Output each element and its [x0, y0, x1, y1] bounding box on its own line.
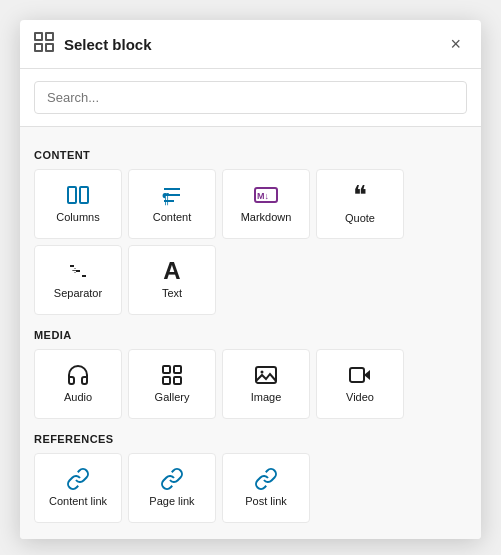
close-button[interactable]: ×	[446, 33, 465, 55]
svg-point-21	[261, 371, 264, 374]
block-item-video[interactable]: Video	[316, 349, 404, 419]
svg-rect-18	[163, 377, 170, 384]
modal-title-area: Select block	[32, 30, 152, 58]
modal-title: Select block	[64, 36, 152, 53]
svg-rect-22	[350, 368, 364, 382]
svg-text:÷: ÷	[72, 264, 78, 276]
block-item-audio[interactable]: Audio	[34, 349, 122, 419]
block-item-columns[interactable]: Columns	[34, 169, 122, 239]
media-blocks-grid: Audio Gallery	[34, 349, 467, 419]
section-label-references: REFERENCES	[34, 433, 467, 445]
content-area: CONTENT Columns ¶	[20, 127, 481, 539]
block-label-text: Text	[162, 287, 182, 300]
block-item-markdown[interactable]: M↓ Markdown	[222, 169, 310, 239]
search-area	[20, 69, 481, 127]
block-label-image: Image	[251, 391, 282, 404]
block-label-post-link: Post link	[245, 495, 287, 508]
svg-rect-20	[256, 367, 276, 383]
svg-rect-4	[68, 187, 76, 203]
block-label-separator: Separator	[54, 287, 102, 300]
block-item-content-link[interactable]: Content link	[34, 453, 122, 523]
block-label-gallery: Gallery	[155, 391, 190, 404]
svg-rect-2	[35, 44, 42, 51]
block-item-page-link[interactable]: Page link	[128, 453, 216, 523]
block-item-quote[interactable]: ❝ Quote	[316, 169, 404, 239]
block-item-post-link[interactable]: Post link	[222, 453, 310, 523]
block-item-image[interactable]: Image	[222, 349, 310, 419]
block-item-separator[interactable]: ÷ Separator	[34, 245, 122, 315]
block-label-content: Content	[153, 211, 192, 224]
block-label-audio: Audio	[64, 391, 92, 404]
audio-icon	[66, 363, 90, 387]
block-label-quote: Quote	[345, 212, 375, 225]
block-label-content-link: Content link	[49, 495, 107, 508]
svg-rect-16	[163, 366, 170, 373]
block-item-content[interactable]: ¶ Content	[128, 169, 216, 239]
gallery-icon	[160, 363, 184, 387]
image-icon	[254, 363, 278, 387]
separator-icon: ÷	[66, 259, 90, 283]
svg-rect-3	[46, 44, 53, 51]
block-item-gallery[interactable]: Gallery	[128, 349, 216, 419]
quote-icon: ❝	[353, 182, 367, 208]
svg-rect-1	[46, 33, 53, 40]
references-blocks-grid: Content link Page link	[34, 453, 467, 523]
block-label-video: Video	[346, 391, 374, 404]
markdown-icon: M↓	[254, 183, 278, 207]
post-link-icon	[254, 467, 278, 491]
columns-icon	[66, 183, 90, 207]
svg-rect-5	[80, 187, 88, 203]
block-label-columns: Columns	[56, 211, 99, 224]
svg-rect-19	[174, 377, 181, 384]
page-link-icon	[160, 467, 184, 491]
content-link-icon	[66, 467, 90, 491]
video-icon	[348, 363, 372, 387]
section-label-content: CONTENT	[34, 149, 467, 161]
content-icon: ¶	[160, 183, 184, 207]
modal-header: Select block ×	[20, 20, 481, 69]
block-label-page-link: Page link	[149, 495, 194, 508]
content-blocks-grid: Columns ¶ Content M↓	[34, 169, 467, 315]
svg-text:M↓: M↓	[257, 191, 269, 201]
text-icon: A	[163, 259, 180, 283]
block-icon-header	[32, 30, 56, 58]
block-item-text[interactable]: A Text	[128, 245, 216, 315]
svg-rect-0	[35, 33, 42, 40]
search-input[interactable]	[34, 81, 467, 114]
block-label-markdown: Markdown	[241, 211, 292, 224]
section-label-media: MEDIA	[34, 329, 467, 341]
svg-text:¶: ¶	[162, 190, 170, 206]
svg-rect-17	[174, 366, 181, 373]
select-block-modal: Select block × CONTENT Columns	[20, 20, 481, 539]
